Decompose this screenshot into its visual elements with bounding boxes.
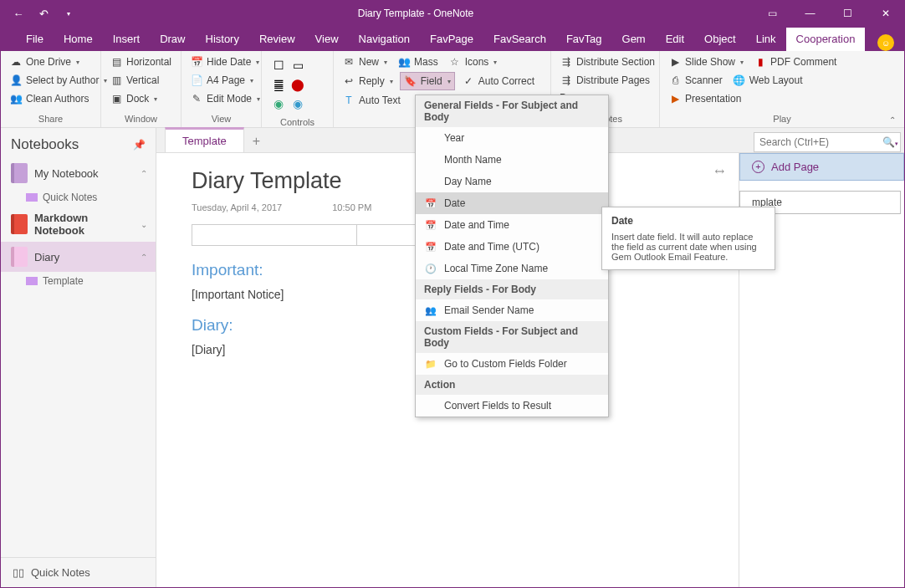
- presentation-button[interactable]: ▶Presentation: [665, 90, 744, 107]
- notebook-markdown[interactable]: Markdown Notebook ⌄: [1, 207, 156, 242]
- mass-button[interactable]: 👥Mass: [394, 54, 442, 70]
- auto-correct-button[interactable]: ✓Auto Correct: [458, 73, 538, 89]
- qat-customize[interactable]: ▾: [59, 4, 78, 23]
- search-input[interactable]: [754, 136, 880, 148]
- star-icon: ☆: [448, 55, 462, 69]
- pdf-comment-button[interactable]: ▮PDF Comment: [750, 54, 840, 70]
- folder-icon: 📁: [424, 357, 437, 371]
- maximize-button[interactable]: ☐: [829, 1, 867, 26]
- plus-icon: +: [752, 161, 764, 173]
- notebook-icon: [11, 247, 28, 267]
- dropdown-item-year[interactable]: Year: [416, 127, 608, 149]
- tab-view[interactable]: View: [305, 28, 349, 51]
- control-icon-5[interactable]: ◉: [270, 95, 287, 112]
- search-box[interactable]: 🔍▾: [754, 132, 901, 152]
- notebook-my-notebook[interactable]: My Notebook ⌃: [1, 158, 156, 188]
- reply-button[interactable]: ↩Reply▾: [339, 73, 396, 89]
- tab-cooperation[interactable]: Cooperation: [786, 28, 866, 51]
- add-section-button[interactable]: +: [244, 130, 268, 152]
- control-icon-1[interactable]: ☐: [270, 57, 287, 74]
- auto-text-button[interactable]: TAuto Text: [339, 92, 404, 109]
- dock-button[interactable]: ▣Dock▾: [106, 90, 176, 107]
- hide-date-button[interactable]: 📅Hide Date▾: [187, 54, 256, 70]
- add-page-button[interactable]: + Add Page: [739, 153, 904, 181]
- scanner-button[interactable]: ⎙Scanner: [665, 72, 726, 89]
- back-button[interactable]: ←: [9, 4, 28, 23]
- close-button[interactable]: ✕: [867, 1, 904, 26]
- tab-draw[interactable]: Draw: [150, 28, 195, 51]
- a4-page-button[interactable]: 📄A4 Page▾: [187, 72, 256, 89]
- vertical-button[interactable]: ▥Vertical: [106, 72, 176, 89]
- control-icon-2[interactable]: ▭: [289, 57, 306, 74]
- tab-favsearch[interactable]: FavSearch: [483, 28, 556, 51]
- edit-mode-button[interactable]: ✎Edit Mode▾: [187, 90, 256, 107]
- dropdown-item-sender[interactable]: 👥Email Sender Name: [416, 299, 608, 321]
- icons-button[interactable]: ☆Icons▾: [445, 54, 501, 70]
- section-tab-template[interactable]: Template: [165, 127, 244, 152]
- section-template[interactable]: Template: [1, 272, 156, 290]
- tooltip: Date Insert date field. It will auto rep…: [601, 207, 775, 270]
- dropdown-item-month[interactable]: Month Name: [416, 149, 608, 171]
- dropdown-item-timezone[interactable]: 🕐Local Time Zone Name: [416, 258, 608, 279]
- slide-show-button[interactable]: ▶Slide Show▾: [665, 54, 747, 70]
- control-icon-6[interactable]: ◉: [289, 95, 306, 112]
- dropdown-item-day[interactable]: Day Name: [416, 171, 608, 192]
- search-icon[interactable]: 🔍▾: [880, 136, 900, 148]
- chevron-down-icon: ⌄: [141, 220, 147, 229]
- expand-icon[interactable]: ⤢: [712, 163, 729, 180]
- dropdown-item-date[interactable]: 📅Date: [416, 192, 608, 214]
- notebook-icon: [11, 214, 28, 234]
- feedback-icon[interactable]: ☺: [877, 34, 894, 51]
- tab-history[interactable]: History: [196, 28, 249, 51]
- select-by-author-button[interactable]: 👤Select by Author▾: [6, 72, 95, 89]
- clean-authors-button[interactable]: 👥Clean Authors: [6, 90, 95, 107]
- dropdown-item-convert[interactable]: Convert Fields to Result: [416, 395, 608, 417]
- tab-file[interactable]: File: [16, 28, 54, 51]
- ribbon-mode-button[interactable]: ▭: [754, 1, 791, 26]
- clock-icon: 🕐: [424, 262, 437, 275]
- text-icon: T: [342, 94, 355, 107]
- collapse-ribbon-icon[interactable]: ⌃: [889, 115, 896, 125]
- web-layout-button[interactable]: 🌐Web Layout: [729, 72, 806, 89]
- tab-review[interactable]: Review: [249, 28, 305, 51]
- pin-icon[interactable]: 📌: [133, 139, 146, 151]
- distribute-section-button[interactable]: ⇶Distribute Section: [556, 54, 654, 70]
- tab-navigation[interactable]: Navigation: [349, 28, 420, 51]
- notebooks-sidebar: Notebooks 📌 My Notebook ⌃ Quick Notes Ma…: [1, 128, 156, 587]
- group-label-play: Play: [665, 112, 899, 125]
- chevron-up-icon: ⌃: [141, 253, 147, 262]
- author-icon: 👤: [9, 74, 23, 87]
- tab-favtag[interactable]: FavTag: [556, 28, 612, 51]
- tab-edit[interactable]: Edit: [656, 28, 694, 51]
- horizontal-button[interactable]: ▤Horizontal: [106, 54, 176, 70]
- dropdown-item-goto-folder[interactable]: 📁Go to Custom Fields Folder: [416, 353, 608, 375]
- control-icon-3[interactable]: ䷀: [270, 76, 287, 93]
- tab-insert[interactable]: Insert: [103, 28, 151, 51]
- dropdown-header-action: Action: [416, 375, 608, 395]
- dist-section-icon: ⇶: [560, 55, 573, 69]
- reply-icon: ↩: [342, 74, 355, 88]
- minimize-button[interactable]: —: [791, 1, 829, 26]
- tab-home[interactable]: Home: [54, 28, 103, 51]
- scanner-icon: ⎙: [668, 74, 682, 87]
- clean-icon: 👥: [9, 92, 23, 105]
- dropdown-item-datetime[interactable]: 📅Date and Time: [416, 214, 608, 236]
- distribute-pages-button[interactable]: ⇶Distribute Pages: [556, 72, 654, 89]
- new-button[interactable]: ✉New▾: [339, 54, 391, 70]
- dropdown-item-datetime-utc[interactable]: 📅Date and Time (UTC): [416, 236, 608, 258]
- undo-button[interactable]: ↶: [34, 4, 53, 23]
- quick-notes-footer[interactable]: ▯▯ Quick Notes: [1, 557, 156, 587]
- notebook-diary[interactable]: Diary ⌃: [1, 242, 156, 272]
- slideshow-icon: ▶: [668, 55, 682, 69]
- group-label-controls: Controls: [267, 115, 328, 129]
- control-icon-4[interactable]: ⬤: [289, 76, 306, 93]
- group-label-window: Window: [106, 112, 176, 125]
- tab-object[interactable]: Object: [694, 28, 746, 51]
- section-quick-notes[interactable]: Quick Notes: [1, 188, 156, 207]
- tab-favpage[interactable]: FavPage: [420, 28, 483, 51]
- chevron-up-icon: ⌃: [141, 169, 147, 178]
- tab-link[interactable]: Link: [746, 28, 786, 51]
- tab-gem[interactable]: Gem: [612, 28, 656, 51]
- field-button[interactable]: 🔖Field▾: [400, 72, 455, 90]
- onedrive-button[interactable]: ☁One Drive▾: [6, 54, 95, 70]
